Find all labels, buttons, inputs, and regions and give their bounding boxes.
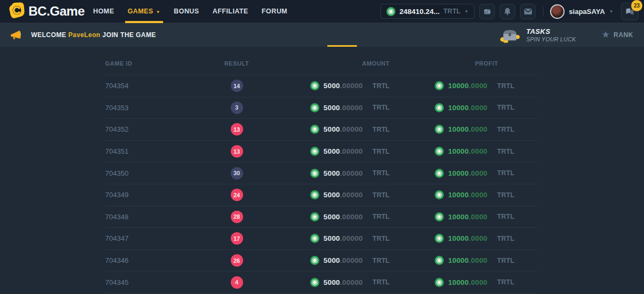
game-id: 704346 [105, 256, 207, 264]
trtl-coin-icon [310, 234, 319, 243]
table-row[interactable]: 704345 4 5000.00000 TRTL [105, 271, 537, 293]
result-cell: 13 [207, 123, 266, 135]
nav-item-forum[interactable]: FORUM ▼ [262, 1, 288, 22]
result-cell: 14 [207, 80, 266, 92]
amount-cell: 5000.00000 TRTL [266, 147, 390, 156]
result-cell: 3 [207, 102, 266, 114]
wallet-button[interactable] [479, 4, 495, 19]
welcome-username: PaveLeon [68, 31, 100, 39]
profit-cell: 10000.0000 TRTL [390, 125, 514, 134]
messages-button[interactable] [520, 4, 536, 19]
chevron-down-icon: ▼ [609, 9, 613, 14]
table-row[interactable]: 704346 26 5000.00000 TRTL [105, 250, 537, 272]
bets-table: GAME ID RESULT AMOUNT PROFIT 704354 14 5… [0, 47, 537, 293]
chat-button[interactable]: 23 [621, 3, 639, 20]
trtl-coin-icon [310, 125, 319, 134]
rank-widget[interactable]: ★ RANK [602, 30, 638, 39]
nav-item-label: GAMES [128, 8, 153, 15]
amount-cell: 5000.00000 TRTL [266, 103, 390, 112]
amount-currency: TRTL [372, 213, 390, 220]
brand-text: BC.Game [28, 4, 85, 19]
trtl-coin-icon [310, 212, 319, 221]
amount-value: 5000.00000 [324, 213, 363, 221]
profit-value: 10000.0000 [448, 125, 487, 133]
result-cell: 13 [207, 145, 266, 157]
result-badge: 26 [231, 254, 243, 267]
nav-item-games[interactable]: GAMES ▼ [128, 1, 160, 22]
profit-currency: TRTL [497, 126, 514, 133]
amount-currency: TRTL [372, 104, 390, 111]
amount-cell: 5000.00000 TRTL [266, 125, 390, 134]
welcome-suffix: JOIN THE GAME [103, 31, 156, 39]
amount-currency: TRTL [372, 235, 390, 242]
nav-item-affiliate[interactable]: AFFILIATE ▼ [213, 1, 248, 22]
profit-currency: TRTL [497, 257, 514, 264]
tasks-subtitle: SPIN YOUR LUCK [526, 36, 576, 42]
nav-item-label: HOME [93, 8, 114, 15]
header-game-id: GAME ID [105, 60, 207, 67]
game-id: 704351 [105, 147, 207, 155]
result-badge: 4 [231, 276, 243, 289]
profit-cell: 10000.0000 TRTL [390, 103, 514, 112]
amount-value: 5000.00000 [324, 169, 363, 177]
profit-currency: TRTL [497, 235, 514, 242]
profit-value: 10000.0000 [448, 82, 487, 90]
table-body: 704354 14 5000.00000 TRTL [105, 75, 537, 293]
tasks-widget[interactable]: TASKS SPIN YOUR LUCK [499, 27, 576, 43]
result-cell: 26 [207, 254, 266, 267]
game-id: 704352 [105, 125, 207, 133]
amount-cell: 5000.00000 TRTL [266, 256, 390, 265]
tasks-title: TASKS [526, 27, 576, 35]
game-id: 704347 [105, 234, 207, 242]
profit-cell: 10000.0000 TRTL [390, 212, 514, 221]
navbar-right: 248410.24... TRTL ▼ [380, 3, 639, 20]
table-row[interactable]: 704354 14 5000.00000 TRTL [105, 75, 537, 97]
result-cell: 28 [207, 211, 266, 223]
welcome-bar: WELCOME PaveLeon JOIN THE GAME TA [0, 23, 644, 47]
trtl-coin-icon [435, 169, 444, 178]
game-id: 704349 [105, 191, 207, 199]
table-row[interactable]: 704350 30 5000.00000 TRTL [105, 162, 537, 184]
table-row[interactable]: 704349 24 5000.00000 TRTL [105, 184, 537, 206]
tasks-text: TASKS SPIN YOUR LUCK [526, 27, 576, 42]
table-row[interactable]: 704348 28 5000.00000 TRTL [105, 206, 537, 228]
user-menu[interactable]: siapaSAYA ▼ [550, 4, 613, 19]
amount-currency: TRTL [372, 278, 390, 286]
profit-currency: TRTL [497, 82, 514, 90]
trtl-coin-icon [310, 190, 319, 199]
amount-value: 5000.00000 [324, 104, 363, 112]
nav-item-bonus[interactable]: BONUS ▼ [174, 1, 199, 22]
result-cell: 4 [207, 276, 266, 289]
balance-amount: 248410.24... [399, 8, 440, 16]
table-row[interactable]: 704352 13 5000.00000 TRTL [105, 119, 537, 141]
profit-cell: 10000.0000 TRTL [390, 256, 514, 265]
amount-value: 5000.00000 [324, 256, 363, 264]
notifications-button[interactable] [500, 4, 515, 19]
profit-cell: 10000.0000 TRTL [390, 147, 514, 156]
trtl-coin-icon [310, 103, 319, 112]
profit-cell: 10000.0000 TRTL [390, 234, 514, 243]
trtl-coin-icon [310, 169, 319, 178]
profit-currency: TRTL [497, 148, 514, 155]
trtl-coin-icon [310, 256, 319, 265]
welcome-prefix: WELCOME [31, 31, 66, 39]
avatar [550, 4, 565, 19]
table-row[interactable]: 704347 17 5000.00000 TRTL [105, 228, 537, 250]
table-row[interactable]: 704351 13 5000.00000 TRTL [105, 141, 537, 163]
balance-selector[interactable]: 248410.24... TRTL ▼ [380, 4, 474, 19]
amount-value: 5000.00000 [324, 82, 363, 90]
game-id: 704353 [105, 104, 207, 112]
result-cell: 17 [207, 232, 266, 245]
divider [543, 6, 544, 16]
bell-icon [503, 7, 511, 16]
result-badge: 3 [231, 102, 243, 114]
brand-home-link[interactable]: BC.Game [8, 2, 85, 21]
game-id: 704354 [105, 82, 207, 90]
welcome-message: WELCOME PaveLeon JOIN THE GAME [31, 31, 156, 39]
game-id: 704345 [105, 278, 207, 286]
balance-currency: TRTL [443, 8, 460, 15]
table-row[interactable]: 704353 3 5000.00000 TRTL [105, 97, 537, 119]
nav-item-home[interactable]: HOME ▼ [93, 1, 114, 22]
profit-value: 10000.0000 [448, 191, 487, 199]
header-result: RESULT [207, 60, 266, 67]
